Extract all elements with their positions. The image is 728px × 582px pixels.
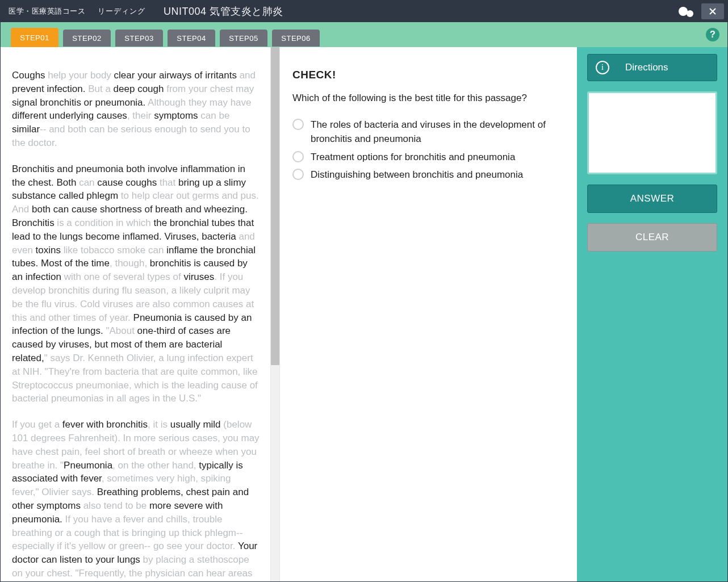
option-label: Treatment options for bronchitis and pne… <box>311 150 515 165</box>
radio-icon <box>292 169 304 180</box>
tab-step06[interactable]: STEP06 <box>272 30 320 47</box>
question-panel: CHECK! Which of the following is the bes… <box>280 47 577 581</box>
check-heading: CHECK! <box>292 69 560 81</box>
passage-scrollbar[interactable] <box>270 47 280 581</box>
option-3[interactable]: Distinguishing between bronchitis and pn… <box>292 168 560 182</box>
close-icon <box>709 8 716 15</box>
help-button[interactable]: ? <box>706 28 719 41</box>
info-icon: i <box>596 61 609 74</box>
directions-label: Directions <box>625 62 668 73</box>
breadcrumb-course: 医学・医療英語コース <box>9 6 85 16</box>
answer-display-box <box>587 91 717 174</box>
question-prompt: Which of the following is the best title… <box>292 91 560 105</box>
answer-button[interactable]: ANSWER <box>587 185 717 213</box>
radio-icon <box>292 151 304 162</box>
tab-step03[interactable]: STEP03 <box>115 30 163 47</box>
tab-step01[interactable]: STEP01 <box>11 28 58 47</box>
option-label: Distinguishing between bronchitis and pn… <box>311 168 523 182</box>
page-title: UNIT004 気管支炎と肺炎 <box>164 5 283 18</box>
main-content: Coughs help your body clear your airways… <box>1 47 727 581</box>
options-list: The roles of bacteria and viruses in the… <box>292 118 560 182</box>
tab-step05[interactable]: STEP05 <box>220 30 267 47</box>
step-tab-bar: STEP01 STEP02 STEP03 STEP04 STEP05 STEP0… <box>1 22 727 47</box>
option-2[interactable]: Treatment options for bronchitis and pne… <box>292 150 560 165</box>
scroll-thumb[interactable] <box>271 47 279 365</box>
breadcrumb-section: リーディング <box>98 6 145 16</box>
title-bar: 医学・医療英語コース リーディング UNIT004 気管支炎と肺炎 <box>1 1 727 22</box>
app-logo-icon <box>679 4 693 19</box>
passage-text: Coughs help your body clear your airways… <box>1 47 270 581</box>
tab-step04[interactable]: STEP04 <box>168 30 215 47</box>
radio-icon <box>292 119 304 130</box>
option-1[interactable]: The roles of bacteria and viruses in the… <box>292 118 560 146</box>
tab-step02[interactable]: STEP02 <box>63 30 111 47</box>
option-label: The roles of bacteria and viruses in the… <box>311 118 560 146</box>
right-sidebar: i Directions ANSWER CLEAR <box>577 47 727 581</box>
close-button[interactable] <box>701 3 724 19</box>
passage-panel: Coughs help your body clear your airways… <box>1 47 280 581</box>
directions-button[interactable]: i Directions <box>587 54 717 81</box>
clear-button[interactable]: CLEAR <box>587 223 717 252</box>
